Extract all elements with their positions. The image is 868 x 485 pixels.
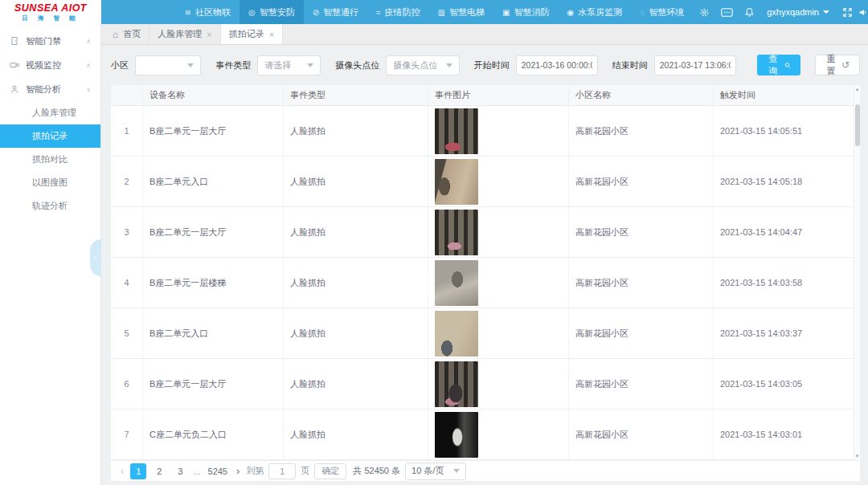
end-time-label: 结束时间	[612, 59, 648, 71]
brand-logo: SUNSEA AIOT 日 海 智 能	[0, 0, 101, 24]
sidebar-item[interactable]: 轨迹分析	[0, 194, 100, 218]
reset-button[interactable]: 重置 ↺	[815, 55, 860, 75]
brand-name: SUNSEA AIOT	[14, 3, 87, 14]
event-image-cell	[428, 258, 569, 308]
card-panel-icon[interactable]	[715, 0, 738, 24]
nav-item[interactable]: ≈疫情防控	[367, 0, 429, 24]
tab[interactable]: ⌂首页	[104, 24, 149, 44]
sidebar-group[interactable]: 智能分析∨	[0, 77, 100, 101]
chevron-down-icon	[307, 63, 313, 67]
snapshot-thumbnail[interactable]	[435, 412, 478, 458]
announcement-icon[interactable]	[858, 0, 868, 24]
filter-bar: 小区 事件类型 请选择 摄像头点位 摄像头点位 开始时间	[111, 55, 860, 75]
scroll-down-icon[interactable]: ▼	[854, 454, 860, 459]
row-index: 4	[111, 258, 143, 308]
snapshot-thumbnail[interactable]	[435, 159, 478, 205]
scroll-up-icon[interactable]: ▲	[854, 87, 860, 92]
camera-select[interactable]: 摄像头点位	[386, 55, 460, 75]
settings-icon[interactable]	[693, 0, 715, 24]
user-menu[interactable]: gxhyxqadmin	[760, 7, 836, 17]
sidebar-item[interactable]: 抓拍记录	[0, 124, 100, 148]
camera-label: 摄像头点位	[335, 59, 379, 71]
end-time-input[interactable]	[654, 55, 736, 75]
row-index: 1	[111, 106, 143, 156]
table-row[interactable]: 5B座二单元入口人脸抓拍高新花园小区2021-03-15 14:03:37	[111, 308, 860, 359]
sidebar-item[interactable]: 抓拍对比	[0, 148, 100, 171]
sidebar-collapse-handle[interactable]: ‹	[90, 239, 101, 276]
sidebar-item[interactable]: 以图搜图	[0, 171, 100, 194]
row-index: 7	[111, 410, 143, 459]
table-row[interactable]: 2B座二单元入口人脸抓拍高新花园小区2021-03-15 14:05:18	[111, 157, 860, 207]
tab-label: 人脸库管理	[158, 28, 202, 40]
trigger-time-cell: 2021-03-15 14:03:01	[714, 410, 860, 459]
scrollbar[interactable]: ▲ ▼	[854, 85, 860, 460]
page-button[interactable]: 2	[151, 463, 167, 479]
snapshot-thumbnail[interactable]	[435, 311, 478, 357]
prev-page-button[interactable]: ‹	[119, 465, 125, 477]
tab[interactable]: 抓拍记录×	[221, 24, 283, 44]
chevron-down-icon	[446, 63, 452, 67]
epidemic-icon: ≈	[376, 8, 381, 17]
sidebar-group-label: 智能门禁	[26, 35, 61, 47]
event-image-cell	[428, 359, 569, 409]
search-button[interactable]: 查询	[757, 55, 801, 75]
page-button[interactable]: 3	[172, 463, 188, 479]
table-header: 设备名称事件类型事件图片小区名称触发时间	[111, 85, 860, 106]
chevron-down-icon: ∨	[86, 86, 91, 93]
bell-icon[interactable]	[738, 0, 760, 24]
nav-item[interactable]: ◉水泵房监测	[558, 0, 631, 24]
community-link-icon: ≋	[185, 8, 191, 17]
row-index: 2	[111, 157, 143, 206]
sidebar-group[interactable]: 视频监控∧	[0, 53, 100, 77]
fullscreen-icon[interactable]	[836, 0, 858, 24]
username: gxhyxqadmin	[767, 7, 819, 17]
close-icon[interactable]: ×	[269, 30, 274, 39]
sidebar-group[interactable]: 智能门禁∧	[0, 29, 100, 53]
nav-item-label: 智慧环境	[649, 6, 684, 18]
snapshot-thumbnail[interactable]	[435, 108, 478, 154]
table-row[interactable]: 6B座二单元一层大厅人脸抓拍高新花园小区2021-03-15 14:03:05	[111, 359, 860, 410]
close-icon[interactable]: ×	[207, 30, 211, 39]
next-page-button[interactable]: ›	[235, 465, 241, 477]
snapshot-thumbnail[interactable]	[435, 361, 478, 407]
table-row[interactable]: 7C座二单元负二入口人脸抓拍高新花园小区2021-03-15 14:03:01	[111, 410, 860, 460]
community-select[interactable]	[135, 55, 201, 75]
main-content: ⌂首页人脸库管理×抓拍记录× 小区 事件类型 请选择 摄像头点位 摄像	[101, 24, 868, 485]
table-row[interactable]: 3B座二单元一层大厅人脸抓拍高新花园小区2021-03-15 14:04:47	[111, 207, 860, 258]
security-icon: ◎	[248, 8, 256, 17]
nav-item-label: 智慧电梯	[449, 6, 485, 18]
event-type-select[interactable]: 请选择	[257, 55, 321, 75]
nav-item[interactable]: ⊘智慧通行	[304, 0, 367, 24]
nav-item-label: 智慧安防	[260, 6, 295, 18]
top-nav: ≋社区物联◎智慧安防⊘智慧通行≈疫情防控▥智慧电梯▣智慧消防◉水泵房监测◌智慧环…	[176, 0, 694, 24]
page-size-value: 10 条/页	[411, 465, 444, 477]
nav-item[interactable]: ▥智慧电梯	[429, 0, 493, 24]
sidebar-item[interactable]: 人脸库管理	[0, 101, 100, 124]
page-button[interactable]: 5245	[206, 463, 230, 479]
start-time-input[interactable]	[516, 55, 598, 75]
table-row[interactable]: 4B座二单元一层楼梯人脸抓拍高新花园小区2021-03-15 14:03:58	[111, 258, 860, 308]
device-name-cell: B座二单元入口	[143, 157, 284, 206]
nav-item[interactable]: ◎智慧安防	[240, 0, 304, 24]
event-type-cell: 人脸抓拍	[284, 258, 428, 308]
page-button[interactable]: 1	[130, 463, 146, 479]
goto-page-input[interactable]	[268, 463, 296, 479]
community-cell: 高新花园小区	[569, 410, 714, 459]
tab[interactable]: 人脸库管理×	[149, 24, 220, 44]
community-cell: 高新花园小区	[569, 106, 714, 156]
device-name-cell: B座二单元入口	[143, 308, 284, 358]
nav-item[interactable]: ◌智慧环境	[631, 0, 693, 24]
snapshot-thumbnail[interactable]	[435, 210, 478, 255]
nav-item[interactable]: ≋社区物联	[176, 0, 240, 24]
search-icon	[784, 61, 791, 70]
scrollbar-thumb[interactable]	[855, 104, 860, 146]
camera-icon	[10, 60, 19, 70]
table-row[interactable]: 1B座二单元一层大厅人脸抓拍高新花园小区2021-03-15 14:05:51	[111, 106, 860, 157]
nav-item[interactable]: ▣智慧消防	[493, 0, 558, 24]
snapshot-thumbnail[interactable]	[435, 260, 478, 306]
community-cell: 高新花园小区	[569, 308, 714, 358]
sidebar: 智能门禁∧视频监控∧智能分析∨人脸库管理抓拍记录抓拍对比以图搜图轨迹分析	[0, 24, 101, 485]
chevron-up-icon: ∧	[86, 62, 91, 69]
page-size-select[interactable]: 10 条/页	[405, 463, 466, 480]
confirm-button[interactable]: 确定	[314, 463, 346, 479]
